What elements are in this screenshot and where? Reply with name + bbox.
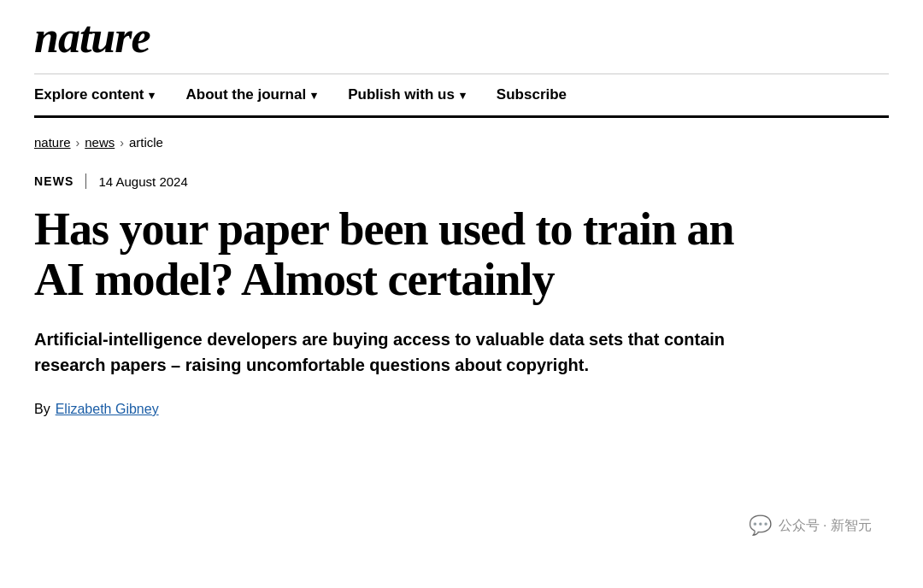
breadcrumb-separator-1: › xyxy=(76,136,80,150)
breadcrumb-section: nature › news › article xyxy=(0,118,923,156)
watermark: 💬 公众号 · 新智元 xyxy=(749,514,872,537)
article-byline: By Elizabeth Gibney xyxy=(34,402,735,417)
nav-subscribe-label: Subscribe xyxy=(497,86,567,103)
breadcrumb-nature[interactable]: nature xyxy=(34,135,71,150)
chevron-down-icon: ▾ xyxy=(311,89,317,102)
category-date-divider xyxy=(85,173,86,189)
nav-explore-content[interactable]: Explore content ▾ xyxy=(34,86,155,103)
nav-subscribe[interactable]: Subscribe xyxy=(497,86,567,103)
article-subtitle: Artificial-intelligence developers are b… xyxy=(34,326,735,378)
article-meta-line: NEWS 14 August 2024 xyxy=(34,173,735,189)
article-section: NEWS 14 August 2024 Has your paper been … xyxy=(0,156,769,451)
wechat-icon: 💬 xyxy=(749,514,772,537)
breadcrumb: nature › news › article xyxy=(34,135,889,150)
nav-about-journal[interactable]: About the journal ▾ xyxy=(185,86,317,103)
main-nav: Explore content ▾ About the journal ▾ Pu… xyxy=(34,74,889,118)
nav-publish-with-us-label: Publish with us xyxy=(348,86,455,103)
article-category: NEWS xyxy=(34,174,73,188)
nav-publish-with-us[interactable]: Publish with us ▾ xyxy=(348,86,466,103)
breadcrumb-current: article xyxy=(129,135,163,150)
site-logo[interactable]: nature xyxy=(34,15,889,60)
site-header: nature Explore content ▾ About the journ… xyxy=(0,0,923,118)
breadcrumb-news[interactable]: news xyxy=(85,135,115,150)
byline-prefix: By xyxy=(34,402,50,417)
watermark-text: 公众号 · 新智元 xyxy=(779,517,872,535)
nav-explore-content-label: Explore content xyxy=(34,86,144,103)
chevron-down-icon: ▾ xyxy=(149,89,155,102)
breadcrumb-separator-2: › xyxy=(120,136,124,150)
article-title: Has your paper been used to train an AI … xyxy=(34,204,735,306)
chevron-down-icon: ▾ xyxy=(460,89,466,102)
author-link[interactable]: Elizabeth Gibney xyxy=(56,402,159,417)
article-date: 14 August 2024 xyxy=(98,174,187,189)
nav-about-journal-label: About the journal xyxy=(185,86,306,103)
